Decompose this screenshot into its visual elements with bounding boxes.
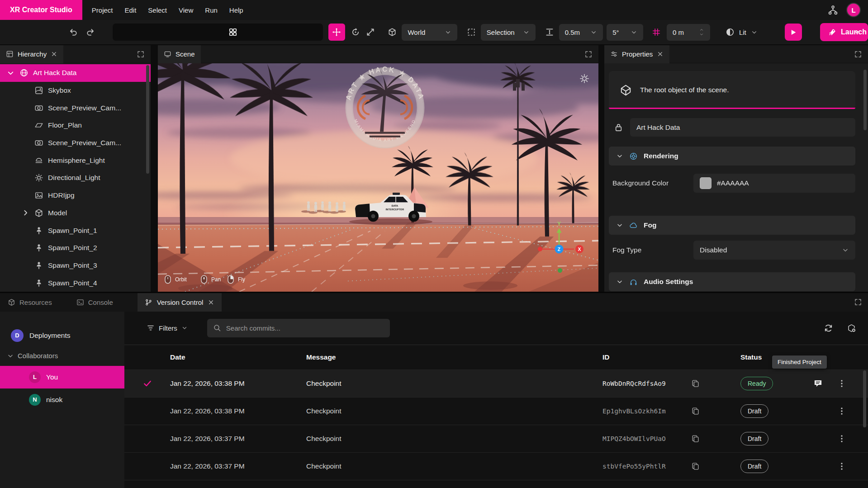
row-menu-icon[interactable] [837,379,846,388]
close-icon[interactable] [657,51,664,57]
move-tool-button[interactable] [328,24,345,41]
play-button[interactable] [785,24,802,41]
transform-space-button[interactable] [385,24,399,40]
deployments-item[interactable]: D Deployments [0,325,124,346]
background-color-input[interactable]: #AAAAAA [693,174,855,193]
section-rendering[interactable]: Rendering [609,147,855,166]
commit-row[interactable]: Jan 22, 2026, 03:37 PM Checkpoint stbVfe… [124,452,868,480]
commit-row[interactable]: Jan 22, 2026, 03:38 PM Checkpoint RoWbDn… [124,370,868,397]
collaborator-item[interactable]: L You [0,366,124,389]
user-avatar[interactable]: L [846,3,861,17]
copy-icon[interactable] [691,407,700,415]
tab-console[interactable]: Console [76,293,113,312]
chevron-down-icon[interactable] [616,278,623,285]
menu-item[interactable]: View [173,0,199,20]
hierarchy-item[interactable]: Art Hack Data [0,64,151,82]
space-select[interactable]: World [402,24,457,41]
chevron-down-icon[interactable] [7,352,14,360]
tab-properties[interactable]: Properties [604,45,669,63]
collaborators-group[interactable]: Collaborators [0,346,124,366]
redo-button[interactable] [84,24,97,40]
hierarchy-item[interactable]: Skybox [0,82,151,99]
search-commits-box[interactable] [207,319,390,337]
commits-scrollbar[interactable] [863,370,866,427]
row-menu-icon[interactable] [837,407,846,416]
tree-item-icon [34,173,43,182]
menu-item[interactable]: Select [142,0,173,20]
refresh-icon[interactable] [824,323,833,333]
expand-icon[interactable] [854,298,862,306]
tab-hierarchy[interactable]: Hierarchy [0,45,63,63]
hierarchy-item[interactable]: Directional_Light [0,169,151,187]
color-swatch[interactable] [700,177,711,189]
expand-icon[interactable] [854,50,862,58]
menu-item[interactable]: Help [223,0,249,20]
stepper-arrows[interactable] [699,28,704,37]
copy-icon[interactable] [691,462,700,470]
commit-row[interactable]: Jan 22, 2026, 03:37 PM Checkpoint MIPQZ4… [124,425,868,452]
search-commits-input[interactable] [226,324,384,332]
commit-row[interactable]: Jan 22, 2026, 03:38 PM Checkpoint Ep1ghv… [124,397,868,425]
tree-chevron-icon[interactable] [21,208,30,217]
hierarchy-item[interactable]: Floor_Plan [0,117,151,134]
rotate-tool-button[interactable] [349,24,362,40]
tab-scene[interactable]: Scene [158,45,201,63]
object-name-input[interactable]: Art Hack Data [630,118,855,137]
hierarchy-item[interactable]: Spawn_Point_3 [0,257,151,275]
snap-move-button[interactable] [543,24,556,40]
hierarchy-item[interactable]: Hemisphere_Light [0,152,151,169]
chevron-up-icon[interactable] [699,28,704,32]
menu-item[interactable]: Run [199,0,223,20]
share-graph-icon[interactable] [828,5,838,15]
properties-scrollbar[interactable] [863,64,867,291]
copy-icon[interactable] [691,434,700,443]
close-icon[interactable] [51,51,57,57]
tab-version-control[interactable]: Version Control [138,293,222,312]
scale-tool-button[interactable] [364,24,378,40]
undo-button[interactable] [66,24,80,40]
hierarchy-scrollbar[interactable] [146,65,149,290]
section-fog[interactable]: Fog [609,216,855,235]
hierarchy-item[interactable]: Spawn_Point_2 [0,239,151,257]
hierarchy-item[interactable]: Spawn_Point_1 [0,222,151,239]
move-snap-select[interactable]: 0.5m [559,24,603,41]
copy-icon[interactable] [691,379,700,388]
expand-icon[interactable] [137,50,145,58]
tab-resources[interactable]: Resources [8,293,52,312]
hierarchy-item[interactable]: Scene_Preview_Cam... [0,134,151,152]
rotate-snap-select[interactable]: 5° [607,24,643,41]
section-audio-settings[interactable]: Audio Settings [609,272,855,291]
comment-icon[interactable] [813,379,823,388]
scene-render[interactable]: ART ★ HACK ★ DATA MIAMI MEDIA ART WEEKEN… [158,63,598,292]
fog-type-select[interactable]: Disabled [693,241,855,260]
tree-item-label: Directional_Light [48,174,100,182]
hierarchy-item[interactable]: HDRIjpg [0,187,151,204]
commit-settings-icon[interactable] [847,323,856,333]
launch-button[interactable]: Launch [820,23,868,41]
chevron-down-icon[interactable] [616,222,623,229]
chevron-down-icon[interactable] [699,32,704,37]
tree-chevron-icon[interactable] [6,69,15,77]
row-menu-icon[interactable] [837,462,846,471]
close-icon[interactable] [208,299,214,306]
commit-row[interactable] [124,480,868,488]
pivot-mode-button[interactable] [465,24,478,40]
menu-item[interactable]: Project [86,0,119,20]
grid-height-stepper[interactable]: 0 m [667,24,710,41]
hierarchy-item[interactable]: Model [0,204,151,222]
grid-toggle-button[interactable] [650,24,663,40]
expand-icon[interactable] [584,50,593,58]
add-asset-split-button[interactable] [113,24,323,41]
shading-mode-select[interactable]: Lit [721,24,762,41]
menu-item[interactable]: Edit [119,0,142,20]
hierarchy-item[interactable]: Scene_Preview_Cam... [0,99,151,117]
chevron-down-icon[interactable] [854,29,860,35]
row-menu-icon[interactable] [837,434,846,443]
lock-icon[interactable] [614,123,623,132]
hierarchy-item[interactable]: Spawn_Point_4 [0,274,151,292]
filters-button[interactable]: Filters [147,324,188,332]
pivot-select[interactable]: Selection [481,24,536,41]
chevron-down-icon[interactable] [616,152,623,160]
scene-viewport[interactable]: ART ★ HACK ★ DATA MIAMI MEDIA ART WEEKEN… [158,63,598,292]
collaborator-item[interactable]: N nisok [0,389,124,411]
